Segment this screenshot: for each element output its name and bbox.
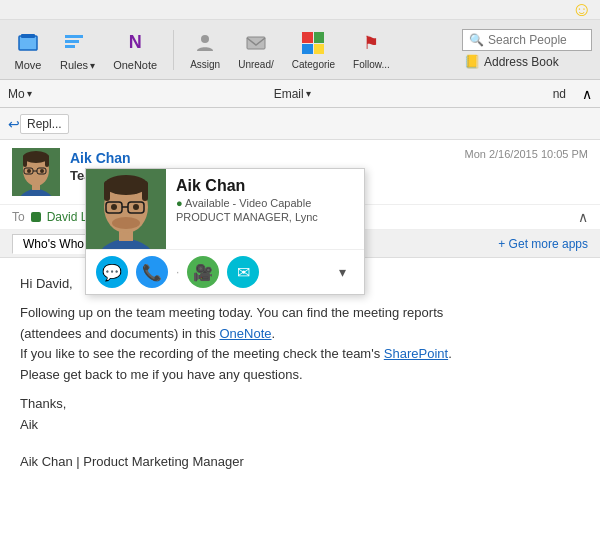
reply-bar: ↩ Repl...: [0, 108, 600, 140]
collapse-to-button[interactable]: ∧: [578, 209, 588, 225]
call-separator: ·: [176, 265, 179, 279]
status-text: Available - Video Capable: [185, 197, 311, 209]
divider: [173, 30, 174, 70]
svg-rect-6: [247, 37, 265, 49]
find-item[interactable]: nd: [553, 87, 566, 101]
im-icon: 💬: [102, 263, 122, 282]
categories-label: Categorie: [292, 59, 335, 70]
body-line-1: Following up on the team meeting today. …: [20, 303, 580, 386]
categories-button[interactable]: Categorie: [286, 27, 341, 72]
ribbon-buttons: Move Rules ▾ N OneNote Assign: [8, 27, 462, 73]
svg-rect-0: [19, 36, 37, 50]
contact-title: PRODUCT MANAGER, Lync: [176, 211, 354, 223]
contact-status: ● Available - Video Capable: [176, 197, 354, 209]
video-icon: 🎥: [193, 263, 213, 282]
followup-label: Follow...: [353, 59, 390, 70]
contact-avatar: [86, 169, 166, 249]
svg-point-19: [112, 217, 140, 229]
svg-point-11: [104, 175, 148, 195]
mo-label: Mo: [8, 87, 25, 101]
email-label: Email: [274, 87, 304, 101]
email-action-button[interactable]: ✉: [227, 256, 259, 288]
onenote-button[interactable]: N OneNote: [107, 27, 163, 73]
svg-rect-13: [142, 181, 148, 201]
assign-label: Assign: [190, 59, 220, 70]
address-book-button[interactable]: 📒 Address Book: [462, 53, 592, 70]
ribbon: Move Rules ▾ N OneNote Assign: [0, 20, 600, 80]
svg-rect-2: [65, 35, 83, 38]
svg-rect-1: [21, 34, 35, 38]
contact-popup: Aik Chan ● Available - Video Capable PRO…: [85, 168, 365, 295]
rules-button[interactable]: Rules ▾: [54, 27, 101, 73]
to-label: To: [12, 210, 25, 224]
svg-rect-4: [65, 45, 75, 48]
contact-actions: 💬 📞 · 🎥 ✉ ▾: [86, 249, 364, 294]
rules-dropdown-icon: ▾: [90, 60, 95, 71]
svg-point-18: [133, 204, 139, 210]
search-people-input[interactable]: [488, 33, 585, 47]
im-button[interactable]: 💬: [96, 256, 128, 288]
svg-point-30: [27, 169, 31, 173]
svg-rect-25: [23, 155, 27, 167]
main-container: ↩ Repl...: [0, 108, 600, 533]
rules-label: Rules: [60, 59, 88, 71]
contact-name: Aik Chan: [176, 177, 354, 195]
to-indicator: [31, 212, 41, 222]
reply-label: Repl...: [27, 117, 62, 131]
expand-contact-button[interactable]: ▾: [330, 260, 354, 284]
unread-button[interactable]: Unread/: [232, 27, 280, 72]
status-available: ●: [176, 197, 185, 209]
phone-icon: 📞: [142, 263, 162, 282]
contact-info: Aik Chan ● Available - Video Capable PRO…: [166, 169, 364, 249]
collapse-ribbon-icon[interactable]: ∧: [582, 86, 592, 102]
flag-icon: ⚑: [357, 29, 385, 57]
unread-label: Unread/: [238, 59, 274, 70]
sharepoint-link[interactable]: SharePoint: [384, 346, 448, 361]
email-signature: Aik Chan | Product Marketing Manager: [20, 452, 580, 473]
avatar-image: [86, 169, 166, 249]
expand-icon: ▾: [339, 264, 346, 280]
call-button[interactable]: 📞: [136, 256, 168, 288]
unread-icon: [242, 29, 270, 57]
reply-icon: ↩: [8, 116, 20, 132]
closing-line: Thanks,Aik: [20, 394, 580, 436]
mo-item[interactable]: Mo ▾: [8, 87, 32, 101]
ribbon-search-area: 🔍 📒 Address Book: [462, 29, 592, 70]
svg-rect-12: [104, 181, 110, 201]
svg-point-5: [201, 35, 209, 43]
contact-popup-header: Aik Chan ● Available - Video Capable PRO…: [86, 169, 364, 249]
search-people-box[interactable]: 🔍: [462, 29, 592, 51]
onenote-link[interactable]: OneNote: [219, 326, 271, 341]
move-label: Move: [15, 59, 42, 71]
assign-button[interactable]: Assign: [184, 27, 226, 72]
address-book-icon: 📒: [464, 54, 480, 69]
email-dropdown-icon: ▾: [306, 88, 311, 99]
email-action-icon: ✉: [237, 263, 250, 282]
sender-avatar: [12, 148, 60, 196]
smiley-icon: ☺: [572, 0, 592, 21]
move-icon: [14, 29, 42, 57]
categories-icon: [299, 29, 327, 57]
find-label: nd: [553, 87, 566, 101]
reply-button[interactable]: Repl...: [20, 114, 69, 134]
svg-point-17: [111, 204, 117, 210]
onenote-icon: N: [121, 29, 149, 57]
move-button[interactable]: Move: [8, 27, 48, 73]
address-book-label: Address Book: [484, 55, 559, 69]
mo-dropdown-icon: ▾: [27, 88, 32, 99]
get-more-apps-button[interactable]: + Get more apps: [498, 237, 588, 251]
svg-rect-3: [65, 40, 79, 43]
followup-button[interactable]: ⚑ Follow...: [347, 27, 396, 72]
search-icon: 🔍: [469, 33, 484, 47]
svg-rect-26: [45, 155, 49, 167]
email-item[interactable]: Email ▾: [274, 87, 311, 101]
assign-icon: [191, 29, 219, 57]
email-date: Mon 2/16/2015 10:05 PM: [464, 148, 588, 160]
sub-ribbon: Mo ▾ Email ▾ nd ∧: [0, 80, 600, 108]
rules-icon: [60, 29, 88, 57]
video-button[interactable]: 🎥: [187, 256, 219, 288]
onenote-label: OneNote: [113, 59, 157, 71]
whos-who-tab[interactable]: Who's Who: [12, 234, 95, 254]
svg-point-31: [40, 169, 44, 173]
